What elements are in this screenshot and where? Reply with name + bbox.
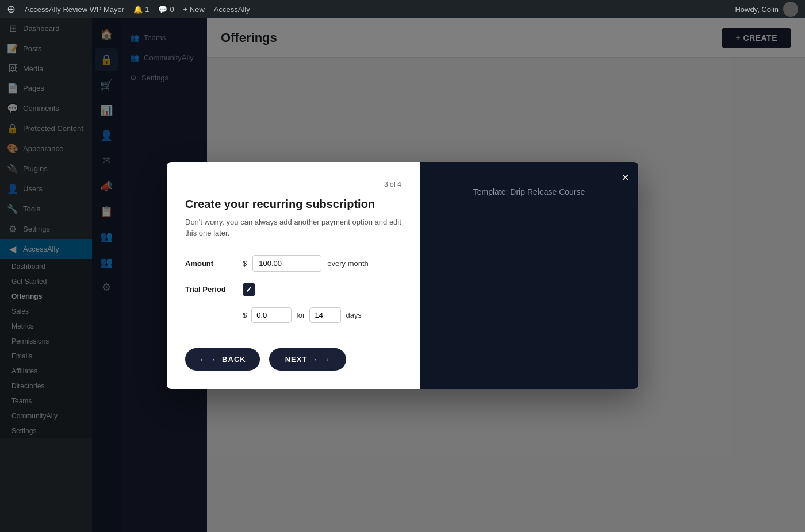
new-item[interactable]: + New xyxy=(183,5,205,14)
trial-period-row: Trial Period xyxy=(185,283,401,296)
modal-description: Don't worry, you can always add another … xyxy=(185,217,401,239)
modal-step: 3 of 4 xyxy=(185,180,401,188)
site-name[interactable]: AccessAlly Review WP Mayor xyxy=(25,5,124,14)
back-arrow-icon: ← xyxy=(199,355,207,364)
admin-bar-right: Howdy, Colin xyxy=(735,2,798,17)
trial-days-label: days xyxy=(346,311,361,319)
plugin-item[interactable]: AccessAlly xyxy=(214,5,250,14)
next-arrow-icon: → xyxy=(323,355,331,364)
comments-item[interactable]: 💬 0 xyxy=(158,5,174,14)
amount-input[interactable] xyxy=(252,255,321,272)
amount-dollar-sign: $ xyxy=(243,259,247,268)
modal-title: Create your recurring subscription xyxy=(185,198,401,211)
close-button[interactable]: × xyxy=(622,171,629,184)
trial-checkbox[interactable] xyxy=(243,283,255,296)
admin-bar: ⊕ AccessAlly Review WP Mayor 🔔 1 💬 0 + N… xyxy=(0,0,805,18)
trial-label: Trial Period xyxy=(185,285,237,294)
wp-logo-icon: ⊕ xyxy=(7,3,16,16)
user-greeting: Howdy, Colin xyxy=(735,5,779,14)
next-button[interactable]: NEXT → → xyxy=(269,348,347,371)
trial-for-text: for xyxy=(296,311,305,319)
modal-right: × Template: Drip Release Course xyxy=(420,162,638,389)
comment-icon: 💬 xyxy=(158,5,167,14)
back-button[interactable]: ← ← BACK xyxy=(185,348,260,371)
avatar xyxy=(783,2,798,17)
trial-amount-row: $ for days xyxy=(185,307,401,323)
modal-left: 3 of 4 Create your recurring subscriptio… xyxy=(167,162,420,389)
modal-footer: ← ← BACK NEXT → → xyxy=(185,337,401,371)
trial-days-input[interactable] xyxy=(309,307,341,323)
bubble-icon: 🔔 xyxy=(133,5,143,14)
template-label: Template: Drip Release Course xyxy=(473,187,585,196)
amount-suffix: every month xyxy=(327,259,369,268)
modal-overlay: 3 of 4 Create your recurring subscriptio… xyxy=(0,18,805,532)
modal: 3 of 4 Create your recurring subscriptio… xyxy=(167,162,638,389)
amount-label: Amount xyxy=(185,259,237,268)
trial-amount-input[interactable] xyxy=(251,307,292,323)
amount-row: Amount $ every month xyxy=(185,255,401,272)
bubbles-item[interactable]: 🔔 1 xyxy=(133,5,149,14)
trial-dollar-sign: $ xyxy=(243,311,247,319)
